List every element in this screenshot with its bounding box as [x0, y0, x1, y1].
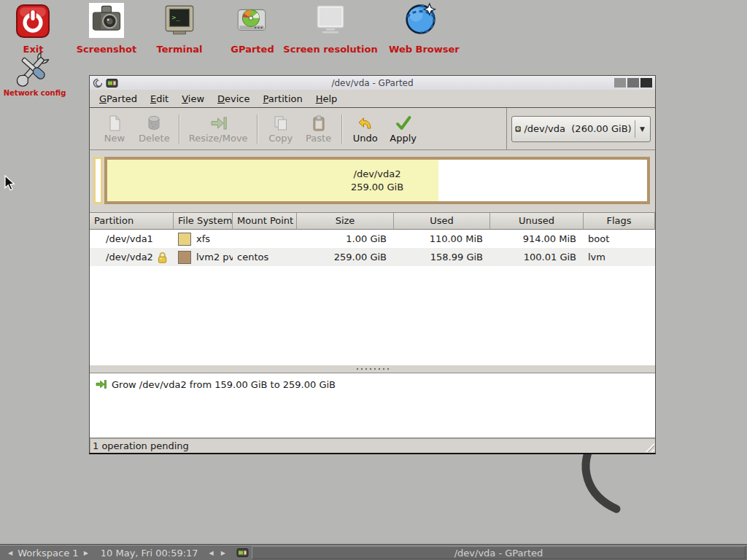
tasklist-next-arrow-icon[interactable]: ▶ [217, 550, 229, 556]
new-button[interactable]: New [96, 112, 133, 146]
workspace-label: Workspace 1 [16, 548, 80, 559]
gparted-window: /dev/vda - GParted GParted Edit View Dev… [89, 75, 656, 454]
device-selector[interactable]: /dev/vda (260.00 GiB) ▼ [511, 116, 651, 142]
paste-button[interactable]: Paste [300, 112, 338, 146]
monitor-icon [314, 4, 347, 36]
cell-used: 110.00 MiB [394, 230, 490, 248]
column-header-mountpoint[interactable]: Mount Point [233, 213, 297, 230]
partition-bar-name: /dev/vda2 [107, 168, 647, 181]
cell-flags: boot [584, 230, 655, 248]
workspace-prev-arrow-icon[interactable]: ◀ [4, 550, 16, 556]
workspace-next-arrow-icon[interactable]: ▶ [80, 550, 92, 556]
column-header-filesystem[interactable]: File System [174, 213, 233, 230]
filesystem-color-swatch [178, 251, 191, 264]
undo-icon [357, 114, 374, 132]
mouse-cursor [4, 175, 16, 192]
paste-icon [310, 114, 328, 132]
taskbar-clock: 10 May, Fri 00:59:17 [101, 548, 198, 559]
toolbar-separator [257, 114, 258, 144]
cell-mountpoint: centos [233, 248, 297, 266]
window-title: /dev/vda - GParted [90, 78, 655, 88]
desktop-icon-label: Web Browser [389, 44, 454, 55]
filesystem-color-swatch [178, 233, 191, 246]
titlebar[interactable]: /dev/vda - GParted [90, 76, 655, 90]
menu-gparted[interactable]: GParted [93, 92, 144, 106]
pane-splitter[interactable] [90, 365, 655, 373]
globe-icon [403, 2, 438, 36]
desktop: Exit Screenshot >_ Terminal [0, 0, 747, 560]
partition-table: Partition File System Mount Point Size U… [90, 212, 655, 365]
desktop-icon-screen-resolution[interactable]: Screen resolution [314, 4, 347, 36]
close-button[interactable] [640, 78, 652, 88]
taskbar: ◀ Workspace 1 ▶ 10 May, Fri 00:59:17 ◀ ▶… [0, 545, 747, 560]
toolbar: New Delete Resize/Move [90, 108, 655, 150]
minimize-button[interactable] [614, 78, 626, 88]
column-header-partition[interactable]: Partition [90, 213, 174, 230]
operation-text: Grow /dev/vda2 from 159.00 GiB to 259.00… [112, 379, 336, 390]
column-header-flags[interactable]: Flags [584, 213, 655, 230]
menu-partition[interactable]: Partition [257, 92, 309, 106]
column-header-size[interactable]: Size [297, 213, 394, 230]
partition-bar-vda2[interactable]: /dev/vda2 259.00 GiB [104, 157, 650, 204]
apply-button[interactable]: Apply [384, 112, 422, 146]
device-selector-value: /dev/vda (260.00 GiB) [524, 123, 631, 134]
menu-help[interactable]: Help [309, 92, 344, 106]
svg-text:>_: >_ [172, 13, 181, 21]
menu-view[interactable]: View [175, 92, 211, 106]
desktop-icon-label: Network config [0, 89, 69, 97]
power-icon [16, 4, 50, 38]
tasklist-prev-arrow-icon[interactable]: ◀ [206, 550, 217, 556]
desktop-icon-gparted[interactable]: GParted [235, 4, 268, 37]
undo-button[interactable]: Undo [347, 112, 384, 146]
status-text: 1 operation pending [93, 440, 189, 451]
device-selector-area: /dev/vda (260.00 GiB) ▼ [506, 108, 655, 149]
grow-arrow-icon [95, 378, 107, 390]
table-row[interactable]: /dev/vda1 xfs 1.00 GiB 110.00 MiB 914.00… [90, 230, 655, 248]
desktop-icon-web-browser[interactable]: Web Browser [403, 2, 438, 36]
delete-partition-icon [145, 114, 163, 132]
table-header-row: Partition File System Mount Point Size U… [90, 213, 655, 230]
desktop-icon-network-config[interactable]: Network config [15, 50, 53, 88]
statusbar: 1 operation pending [90, 438, 655, 453]
cell-mountpoint [233, 230, 297, 248]
desktop-icon-label: Screen resolution [279, 44, 382, 55]
operations-pane: Grow /dev/vda2 from 159.00 GiB to 259.00… [90, 373, 655, 438]
cell-filesystem: lvm2 pv [174, 248, 233, 266]
menu-device[interactable]: Device [211, 92, 256, 106]
cell-partition: /dev/vda2 [90, 248, 174, 266]
desktop-icon-terminal[interactable]: >_ Terminal [163, 4, 196, 37]
menubar: GParted Edit View Device Partition Help [90, 90, 655, 108]
cell-filesystem: xfs [174, 230, 233, 248]
copy-button[interactable]: Copy [262, 112, 300, 146]
delete-button[interactable]: Delete [133, 112, 175, 146]
resize-move-button[interactable]: Resize/Move [184, 112, 253, 146]
cell-partition: /dev/vda1 [90, 230, 174, 248]
desktop-icon-label: Screenshot [70, 44, 143, 55]
resize-grip[interactable] [642, 440, 654, 452]
column-header-used[interactable]: Used [394, 213, 490, 230]
cell-size: 1.00 GiB [297, 230, 394, 248]
toolbar-separator [341, 114, 343, 144]
new-partition-icon [106, 114, 123, 132]
taskbar-task-gparted[interactable]: /dev/vda - GParted [252, 546, 746, 559]
table-row[interactable]: /dev/vda2 lvm2 pv centos 259.00 GiB [90, 248, 655, 266]
menu-edit[interactable]: Edit [144, 92, 175, 106]
desktop-icon-exit[interactable]: Exit [16, 4, 50, 38]
apply-icon [395, 114, 412, 132]
partition-visual-area: /dev/vda2 259.00 GiB [90, 150, 655, 212]
desktop-icon-screenshot[interactable]: Screenshot [89, 3, 124, 38]
terminal-icon: >_ [163, 4, 196, 37]
desktop-icon-label: GParted [216, 44, 289, 55]
maximize-button[interactable] [627, 78, 639, 88]
camera-icon [89, 3, 124, 38]
cell-size: 259.00 GiB [297, 248, 394, 266]
partition-bar-vda1[interactable] [93, 157, 103, 204]
gparted-task-icon [236, 548, 249, 558]
partition-bar-size: 259.00 GiB [107, 181, 647, 194]
operation-item[interactable]: Grow /dev/vda2 from 159.00 GiB to 259.00… [90, 373, 655, 390]
column-header-unused[interactable]: Unused [490, 213, 584, 230]
splitter-handle[interactable] [356, 368, 390, 370]
desktop-icon-label: Terminal [143, 44, 216, 55]
resize-move-icon [209, 114, 227, 132]
hard-disk-icon [515, 122, 521, 136]
